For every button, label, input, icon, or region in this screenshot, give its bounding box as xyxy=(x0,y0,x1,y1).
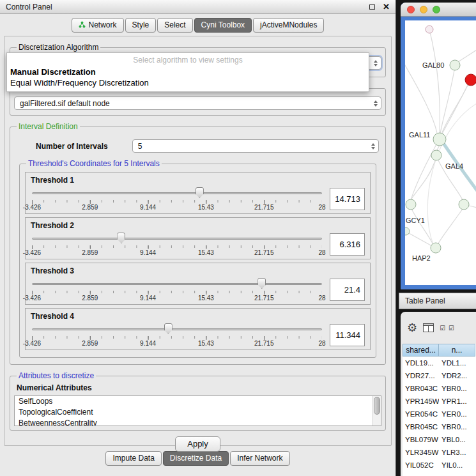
threshold-1-slider[interactable]: -3.426 2.859 9.144 15.43 21.715 28 xyxy=(31,185,323,212)
tab-style[interactable]: Style xyxy=(125,18,157,33)
network-view-frame: GAL80 GAL11 GAL4 GCY1 HAP2 xyxy=(401,17,476,289)
table-toolbar: ⚙ ☑ ☑ xyxy=(401,312,476,342)
apply-row: Apply xyxy=(4,436,391,452)
list-scrollbar[interactable] xyxy=(372,396,381,426)
numerical-attributes-label: Numerical Attributes xyxy=(17,383,381,392)
attributes-to-discretize-group: Attributes to discretize Numerical Attri… xyxy=(10,371,386,431)
slider-scale: -3.426 2.859 9.144 15.43 21.715 28 xyxy=(32,340,322,348)
threshold-3-value-field[interactable]: 21.4 xyxy=(330,279,365,301)
slider-scale: -3.426 2.859 9.144 15.43 21.715 28 xyxy=(32,204,322,211)
algorithm-option-manual-discretization[interactable]: Manual Discretization xyxy=(7,66,369,77)
slider-thumb[interactable] xyxy=(257,278,266,289)
combo-stepper-icon xyxy=(371,143,375,150)
threshold-2-box: Threshold 2 -3.426 2.859 9.144 15.43 xyxy=(25,217,371,259)
table-row[interactable]: YBR045CYBR0... xyxy=(403,420,476,433)
table-row[interactable]: YDR27...YDR2... xyxy=(403,369,476,382)
number-of-intervals-row: Number of Intervals 5 xyxy=(36,139,379,153)
tab-label: Infer Network xyxy=(237,454,282,463)
discretization-algorithm-group-title: Discretization Algorithm xyxy=(17,43,100,52)
close-window-icon[interactable]: ✕ xyxy=(383,3,390,11)
number-of-intervals-combo[interactable]: 5 xyxy=(132,139,379,153)
list-item-topologicalcoefficient[interactable]: TopologicalCoefficient xyxy=(15,407,381,418)
tab-label: Cyni Toolbox xyxy=(201,20,245,29)
zoom-traffic-light-icon[interactable] xyxy=(433,6,440,13)
interval-definition-group: Interval Definition Number of Intervals … xyxy=(10,122,386,365)
network-node-hap2[interactable] xyxy=(431,243,441,253)
slider-track xyxy=(32,192,322,194)
network-graph: GAL80 GAL11 GAL4 GCY1 HAP2 xyxy=(405,20,476,285)
threshold-2-value-field[interactable]: 6.316 xyxy=(330,233,365,256)
slider-thumb[interactable] xyxy=(196,187,204,198)
select-columns-checkboxes-icon[interactable]: ☑ ☑ xyxy=(440,325,455,332)
close-traffic-light-icon[interactable] xyxy=(407,6,415,13)
threshold-1-value-field[interactable]: 14.713 xyxy=(330,188,365,210)
tab-network[interactable]: Network xyxy=(72,18,124,33)
list-item-betweennesscentrality[interactable]: BetweennessCentrality xyxy=(15,418,381,426)
threshold-1-label: Threshold 1 xyxy=(31,176,365,185)
column-header-shared-name[interactable]: shared... xyxy=(403,344,439,357)
threshold-4-value-field[interactable]: 11.344 xyxy=(330,324,365,346)
table-row[interactable]: YLR345WYLR3... xyxy=(403,446,476,459)
tab-infer-network[interactable]: Infer Network xyxy=(230,451,289,466)
network-node-gal80[interactable] xyxy=(450,60,460,70)
slider-thumb[interactable] xyxy=(117,233,125,243)
table-row[interactable]: YBL079WYBL0... xyxy=(403,433,476,446)
table-row[interactable]: YIL052CYIL0... xyxy=(403,459,476,472)
tab-label: Discretize Data xyxy=(170,454,222,463)
minimize-traffic-light-icon[interactable] xyxy=(420,6,427,13)
network-node-gcy1[interactable] xyxy=(406,199,416,210)
slider-thumb[interactable] xyxy=(164,323,173,334)
cyni-toolbox-panel: Discretization Algorithm Select algorith… xyxy=(4,36,392,446)
table-row[interactable]: YBR043CYBR0... xyxy=(403,382,476,395)
tab-label: jActiveMNodules xyxy=(260,20,317,29)
table-row[interactable]: YER054CYER0... xyxy=(403,408,476,420)
threshold-2-slider[interactable]: -3.426 2.859 9.144 15.43 21.715 28 xyxy=(31,231,323,257)
interval-definition-group-title: Interval Definition xyxy=(17,122,80,131)
node-label-gcy1: GCY1 xyxy=(406,217,425,224)
algorithm-option-equal-width-frequency[interactable]: Equal Width/Frequency Discretization xyxy=(7,77,369,88)
node-label-gal11: GAL11 xyxy=(409,131,430,139)
threshold-4-label: Threshold 4 xyxy=(31,312,365,321)
network-node[interactable] xyxy=(405,227,410,235)
tab-discretize-data[interactable]: Discretize Data xyxy=(163,451,229,466)
combo-stepper-icon xyxy=(374,100,378,107)
float-window-icon[interactable] xyxy=(369,4,375,10)
threshold-3-label: Threshold 3 xyxy=(31,266,365,275)
number-of-intervals-label: Number of Intervals xyxy=(36,142,108,151)
table-row[interactable]: YPR145WYPR1... xyxy=(403,395,476,408)
window-title: Control Panel xyxy=(6,3,52,12)
network-node[interactable] xyxy=(459,199,469,210)
node-table: shared... n... YDL19...YDL1... YDR27...Y… xyxy=(403,344,476,476)
threshold-4-slider[interactable]: -3.426 2.859 9.144 15.43 21.715 28 xyxy=(31,321,323,348)
table-panel-window: ⚙ ☑ ☑ shared... n... YDL19...YDL1... YDR… xyxy=(401,312,476,476)
network-node-selected-red[interactable] xyxy=(465,74,476,86)
table-data-combo[interactable]: galFiltered.sif default node xyxy=(14,96,381,110)
table-row[interactable]: YDL19...YDL1... xyxy=(403,357,476,369)
threshold-2-label: Threshold 2 xyxy=(31,221,365,230)
tab-label: Style xyxy=(132,20,150,29)
threshold-3-slider[interactable]: -3.426 2.859 9.144 15.43 21.715 28 xyxy=(31,276,323,303)
thresholds-group: Threshold's Coordinates for 5 Intervals … xyxy=(19,159,376,358)
show-columns-icon[interactable] xyxy=(423,323,434,332)
network-node-gal11[interactable] xyxy=(433,133,446,146)
column-header-name[interactable]: n... xyxy=(439,344,475,357)
apply-button[interactable]: Apply xyxy=(175,436,220,452)
tab-cyni-toolbox[interactable]: Cyni Toolbox xyxy=(194,18,252,33)
table-settings-gear-icon[interactable]: ⚙ xyxy=(407,322,417,334)
table-panel-titlebar: Table Panel xyxy=(399,293,476,309)
tab-jactivemnodules[interactable]: jActiveMNodules xyxy=(253,18,324,33)
tab-select[interactable]: Select xyxy=(157,18,192,33)
slider-track xyxy=(32,238,322,240)
network-node-gal4[interactable] xyxy=(431,150,441,160)
slider-scale: -3.426 2.859 9.144 15.43 21.715 28 xyxy=(32,249,322,257)
tab-impute-data[interactable]: Impute Data xyxy=(105,451,161,466)
threshold-1-box: Threshold 1 -3.426 2.859 9.144 15.43 xyxy=(25,172,371,214)
list-scrollbar-thumb[interactable] xyxy=(374,397,380,415)
network-node[interactable] xyxy=(426,26,433,33)
number-of-intervals-value: 5 xyxy=(138,142,367,151)
list-item-selfloops[interactable]: SelfLoops xyxy=(15,396,381,407)
numerical-attributes-list[interactable]: SelfLoops TopologicalCoefficient Between… xyxy=(14,395,381,426)
network-canvas[interactable]: GAL80 GAL11 GAL4 GCY1 HAP2 xyxy=(405,20,476,285)
tab-label: Network xyxy=(89,20,117,29)
node-label-gal4: GAL4 xyxy=(445,162,463,170)
